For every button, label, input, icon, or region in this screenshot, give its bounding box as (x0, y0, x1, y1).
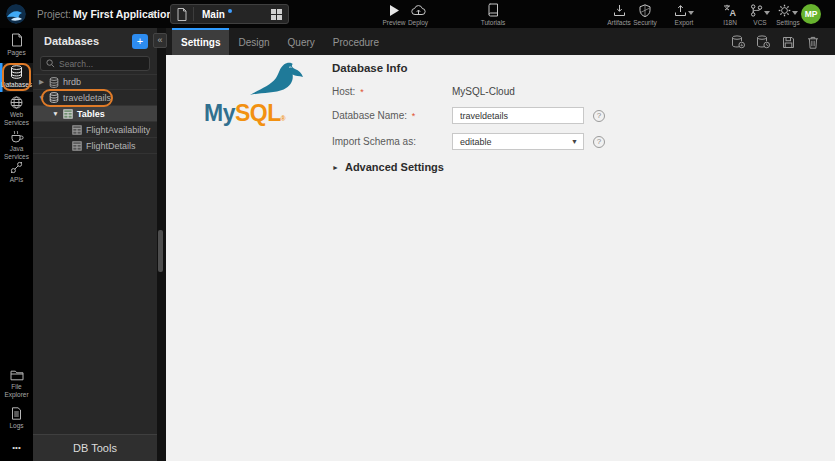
host-value: MySQL-Cloud (452, 86, 515, 97)
save-icon[interactable] (781, 35, 795, 49)
database-name-input[interactable] (452, 107, 584, 124)
tree-row-hrdb[interactable]: ▶ hrdb (33, 74, 157, 90)
i18n-translate-icon: A (723, 3, 737, 17)
database-icon (49, 92, 59, 103)
coffee-cup-icon (10, 130, 24, 143)
database-icon (49, 77, 59, 88)
chevron-down-icon (688, 11, 694, 15)
unsaved-dot-icon (228, 9, 232, 13)
sidebar-item-label: Pages (7, 49, 25, 57)
sidebar-item-pages[interactable]: Pages (0, 31, 33, 58)
tutorials-label: Tutorials (481, 19, 506, 26)
mysql-logo: MySQL® (204, 61, 306, 125)
svg-text:A: A (730, 8, 737, 17)
databases-panel: Databases + ▶ hrdb ▼ traveldetail (33, 28, 157, 461)
left-nav-sidebar: Pages Databases Web Services Java Servic… (0, 28, 33, 461)
tab-settings[interactable]: Settings (172, 28, 229, 55)
mysql-wordmark-sql: SQL (235, 100, 281, 126)
user-avatar[interactable]: MP (801, 4, 821, 24)
sidebar-item-databases[interactable]: Databases (0, 63, 33, 92)
database-icon (10, 65, 23, 79)
chevron-right-icon: ► (332, 164, 339, 171)
settings-content: MySQL® Database Info Host: * MySQL-Cloud… (166, 55, 835, 461)
project-name: My First Application (73, 8, 173, 20)
tree-row-label: hrdb (63, 77, 81, 87)
import-schema-value: editable (453, 137, 492, 147)
db-toolbar (731, 35, 820, 49)
chevron-right-icon[interactable]: ▶ (38, 78, 45, 86)
add-database-button[interactable]: + (132, 34, 148, 49)
pages-icon (11, 33, 23, 47)
collapse-panel-button[interactable]: « (153, 33, 167, 48)
tree-row-label: traveldetails (63, 93, 111, 103)
deploy-button[interactable]: Deploy (400, 3, 436, 26)
required-marker: * (412, 111, 416, 121)
chevron-down-icon[interactable]: ▼ (52, 110, 59, 117)
sidebar-item-label: Logs (9, 422, 23, 430)
tutorials-button[interactable]: Tutorials (475, 3, 511, 26)
database-name-label: Database Name: * (332, 110, 452, 121)
tree-row-traveldetails[interactable]: ▼ traveldetails (33, 90, 157, 106)
folder-icon (10, 369, 24, 381)
security-shield-icon (639, 3, 651, 17)
search-input[interactable] (59, 59, 144, 69)
import-schema-row: Import Schema as: editable ▼ ? (332, 133, 605, 150)
table-icon (72, 125, 82, 135)
divider (193, 7, 194, 21)
sidebar-item-label: Databases (1, 81, 32, 89)
sidebar-item-web-services[interactable]: Web Services (0, 94, 33, 123)
advanced-settings-label: Advanced Settings (345, 161, 444, 173)
db-tools-button[interactable]: DB Tools (33, 434, 157, 461)
tab-design[interactable]: Design (229, 30, 278, 55)
vcs-branch-icon (750, 4, 763, 17)
tab-procedure[interactable]: Procedure (324, 30, 388, 55)
dropdown-arrow-icon: ▼ (571, 138, 578, 145)
brand-wave-icon (6, 4, 26, 24)
wavemaker-logo[interactable] (6, 4, 26, 24)
help-icon[interactable]: ? (593, 110, 605, 122)
artifacts-download-icon (613, 3, 626, 17)
chevron-down-icon[interactable]: ▼ (38, 94, 45, 101)
api-nodes-icon (10, 161, 23, 174)
play-icon (388, 3, 400, 17)
host-label-text: Host: (332, 86, 355, 97)
pages-grid-icon[interactable] (271, 9, 282, 20)
active-page-switcher[interactable]: Main (170, 4, 289, 24)
tree-row-flightdetails[interactable]: FlightDetails (33, 138, 157, 154)
database-name-row: Database Name: * ? (332, 107, 605, 124)
sidebar-item-label: APIs (10, 176, 24, 184)
help-icon[interactable]: ? (593, 136, 605, 148)
section-title: Database Info (332, 62, 407, 74)
main-area: Settings Design Query Procedure (166, 28, 835, 461)
advanced-settings-toggle[interactable]: ► Advanced Settings (332, 161, 444, 173)
mysql-wordmark: MySQL® (204, 102, 285, 125)
tab-query[interactable]: Query (279, 30, 324, 55)
sidebar-item-label: File Explorer (0, 383, 33, 399)
deploy-cloud-icon (411, 3, 426, 17)
sidebar-more-button[interactable]: ••• (0, 441, 33, 455)
export-button[interactable]: Export (666, 3, 702, 26)
delete-icon[interactable] (806, 35, 820, 49)
security-button[interactable]: Security (627, 3, 663, 26)
tree-row-label: FlightDetails (86, 141, 136, 151)
import-schema-select[interactable]: editable ▼ (452, 133, 584, 150)
databases-panel-header: Databases + (33, 30, 157, 52)
database-info-form: Database Info Host: * MySQL-Cloud Databa… (332, 62, 652, 192)
tree-row-tables[interactable]: ▼ Tables (33, 106, 157, 122)
host-label: Host: * (332, 86, 452, 97)
sidebar-item-label: Web Services (0, 111, 33, 127)
sidebar-item-file-explorer[interactable]: File Explorer (0, 367, 33, 396)
chevron-down-icon (792, 11, 798, 15)
sidebar-item-java-services[interactable]: Java Services (0, 128, 33, 156)
sidebar-item-apis[interactable]: APIs (0, 159, 33, 181)
deploy-label: Deploy (408, 19, 428, 26)
project-label: Project: (37, 9, 71, 20)
tree-row-flightavailability[interactable]: FlightAvailability (33, 122, 157, 138)
database-search-box (40, 56, 150, 71)
reimport-db-icon[interactable] (756, 35, 770, 49)
sidebar-item-logs[interactable]: Logs (0, 405, 33, 429)
export-db-icon[interactable] (731, 35, 745, 49)
i18n-label: I18N (723, 19, 737, 26)
host-row: Host: * MySQL-Cloud (332, 86, 515, 97)
scrollbar-thumb[interactable] (158, 230, 163, 272)
